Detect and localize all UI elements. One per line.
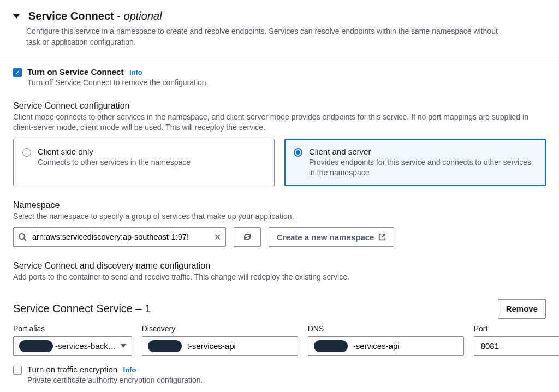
create-namespace-label: Create a new namespace xyxy=(277,233,374,242)
port-input[interactable] xyxy=(480,341,559,351)
turn-on-service-connect-checkbox[interactable]: ✓ xyxy=(13,68,22,77)
turn-on-label: Turn on Service Connect xyxy=(27,67,123,76)
turn-on-hint: Turn off Service Connect to remove the c… xyxy=(27,78,209,87)
namespace-title: Namespace xyxy=(13,200,546,210)
name-config-section: Service Connect and discovery name confi… xyxy=(13,261,546,283)
collapse-caret-icon[interactable] xyxy=(13,14,20,19)
service-fields: Port alias -services-back… Discovery DNS xyxy=(13,324,546,356)
config-option-desc: Provides endpoints for this service and … xyxy=(309,157,537,178)
refresh-namespace-button[interactable] xyxy=(234,227,261,247)
config-option-desc: Connects to other services in the namesp… xyxy=(38,157,191,168)
config-desc: Client mode connects to other services i… xyxy=(13,112,546,133)
turn-on-row: ✓ Turn on Service Connect Info Turn off … xyxy=(13,67,546,87)
dns-input[interactable] xyxy=(352,341,458,351)
external-link-icon xyxy=(378,233,386,241)
discovery-input-wrapper[interactable] xyxy=(142,336,298,356)
traffic-encryption-checkbox[interactable] xyxy=(13,366,22,375)
remove-service-button[interactable]: Remove xyxy=(498,299,546,319)
name-config-title: Service Connect and discovery name confi… xyxy=(13,261,546,271)
panel-header: Service Connect - optional Configure thi… xyxy=(0,0,559,57)
redacted-segment xyxy=(19,340,53,352)
traffic-info-link[interactable]: Info xyxy=(123,366,136,374)
panel-title-dash: - xyxy=(114,10,124,22)
dns-label: DNS xyxy=(308,324,464,333)
chevron-down-icon xyxy=(121,344,126,348)
config-option-title: Client side only xyxy=(38,147,191,156)
config-option-title: Client and server xyxy=(309,147,537,156)
port-label: Port xyxy=(474,324,559,333)
check-icon: ✓ xyxy=(15,69,20,76)
config-option-client-only[interactable]: Client side only Connects to other servi… xyxy=(13,139,275,186)
clear-icon[interactable]: ✕ xyxy=(214,232,221,242)
radio-icon xyxy=(22,148,31,157)
panel-body: ✓ Turn on Service Connect Info Turn off … xyxy=(0,57,559,392)
traffic-hint: Private certificate authority encryption… xyxy=(27,376,203,384)
namespace-desc: Select the namespace to specify a group … xyxy=(13,211,546,222)
create-namespace-button[interactable]: Create a new namespace xyxy=(269,227,394,247)
discovery-input[interactable] xyxy=(186,341,292,351)
port-alias-select[interactable]: -services-back… xyxy=(13,336,132,356)
config-option-client-server[interactable]: Client and server Provides endpoints for… xyxy=(284,139,546,186)
svg-point-0 xyxy=(19,234,25,239)
radio-icon xyxy=(294,148,302,157)
remove-label: Remove xyxy=(506,304,538,313)
traffic-row: Turn on traffic encryption Info Private … xyxy=(13,365,546,384)
port-alias-label: Port alias xyxy=(13,324,132,333)
port-alias-value: -services-back… xyxy=(55,341,116,351)
discovery-label: Discovery xyxy=(142,324,298,333)
redacted-segment xyxy=(314,340,348,352)
redacted-segment xyxy=(148,340,182,352)
svg-line-1 xyxy=(24,239,26,241)
config-section: Service Connect configuration Client mod… xyxy=(13,101,546,186)
search-icon xyxy=(18,233,27,241)
service-title: Service Connect Service – 1 xyxy=(13,302,151,315)
port-input-wrapper[interactable] xyxy=(474,336,559,356)
service-header: Service Connect Service – 1 Remove xyxy=(13,299,546,319)
traffic-label: Turn on traffic encryption xyxy=(27,365,117,374)
turn-on-info-link[interactable]: Info xyxy=(129,68,142,76)
dns-input-wrapper[interactable] xyxy=(308,336,464,356)
panel-title: Service Connect - optional xyxy=(28,10,162,22)
refresh-icon xyxy=(243,233,252,241)
name-config-desc: Add ports to the container to send and r… xyxy=(13,272,546,283)
panel-title-optional: optional xyxy=(124,10,162,22)
namespace-search[interactable]: ✕ xyxy=(13,227,226,247)
namespace-section: Namespace Select the namespace to specif… xyxy=(13,200,546,247)
config-title: Service Connect configuration xyxy=(13,101,546,111)
panel-title-main: Service Connect xyxy=(28,10,114,22)
panel-description: Configure this service in a namespace to… xyxy=(26,26,507,48)
namespace-input[interactable] xyxy=(31,232,210,242)
